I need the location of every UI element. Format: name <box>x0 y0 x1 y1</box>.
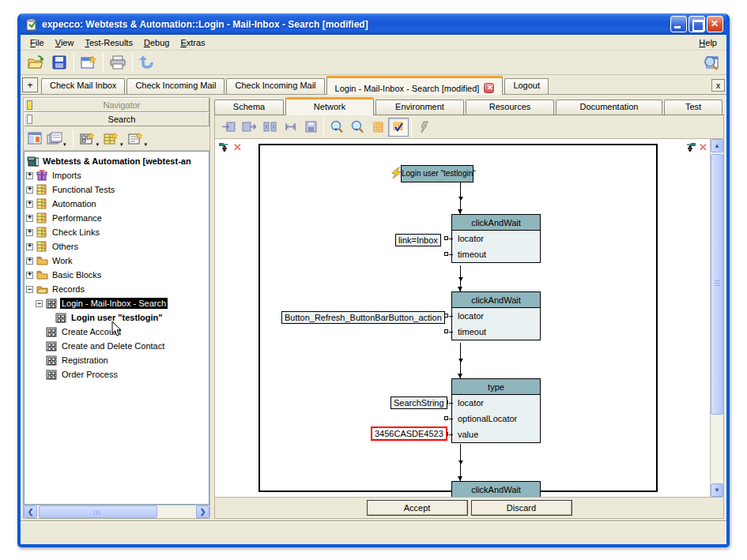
expander-icon[interactable] <box>36 300 43 307</box>
tab-network[interactable]: Network <box>285 97 374 115</box>
tree-item-imports[interactable]: Imports <box>26 168 209 182</box>
scroll-right-icon[interactable]: ❯ <box>196 506 209 518</box>
zoom-out-icon[interactable] <box>347 118 368 137</box>
expander-icon[interactable] <box>26 201 33 208</box>
tab-check-incoming-mail-2[interactable]: Check Incoming Mail <box>226 78 324 94</box>
tree-item-records[interactable]: Records <box>26 282 209 296</box>
scrollbar-thumb[interactable] <box>711 154 723 415</box>
tree-item-login-mail-inbox-search[interactable]: Login - Mail-Inbox - Search <box>26 296 209 310</box>
tab-close-icon[interactable] <box>484 83 494 93</box>
pin-connector-icon[interactable] <box>444 329 448 333</box>
add-tab-button[interactable]: + <box>22 77 38 92</box>
new-window-icon[interactable] <box>77 52 100 73</box>
menu-help[interactable]: Help <box>694 36 722 49</box>
node-login-user-testlogin[interactable]: Login user "testlogin" <box>401 165 473 182</box>
node-clickandwait-3[interactable]: clickAndWait <box>451 481 541 497</box>
menu-debug[interactable]: Debug <box>139 36 174 49</box>
tree-item-check-links[interactable]: Check Links <box>26 225 209 239</box>
tree-item-registration[interactable]: Registration <box>26 353 209 367</box>
input-label-value-highlighted[interactable]: 3456CASDE4523 <box>371 427 447 441</box>
new-suite-icon[interactable]: ▾ <box>78 129 101 148</box>
tab-logout[interactable]: Logout <box>504 78 549 94</box>
save-icon[interactable] <box>47 52 71 73</box>
delete-icon[interactable]: ✕ <box>233 141 242 153</box>
grid-icon[interactable] <box>368 118 388 137</box>
zoom-in-icon[interactable] <box>326 118 347 137</box>
node-clickandwait-2[interactable]: clickAndWait locator timeout <box>451 291 541 340</box>
tabbar-close-button[interactable]: x <box>711 79 725 92</box>
expander-icon[interactable] <box>26 272 33 279</box>
scrollbar-thumb[interactable] <box>39 506 157 518</box>
tree-item-create-and-delete-contact[interactable]: Create and Delete Contact <box>26 339 209 353</box>
navigator-grip[interactable] <box>27 100 32 110</box>
import-left-icon[interactable] <box>218 118 239 137</box>
tab-login-mail-inbox-search[interactable]: Login - Mail-Inbox - Search [modified] <box>326 76 504 95</box>
input-label-searchstring[interactable]: SearchString <box>390 397 447 409</box>
save-diagram-icon[interactable] <box>300 118 321 137</box>
pin-locator[interactable]: locator <box>452 231 540 246</box>
tree-item-others[interactable]: Others <box>26 239 209 254</box>
input-label-link-inbox[interactable]: link=Inbox <box>395 234 441 246</box>
close-button[interactable] <box>707 16 723 32</box>
expander-icon[interactable] <box>26 286 33 293</box>
move-anchor-icon[interactable] <box>219 142 230 153</box>
input-label-button-refresh[interactable]: Button_Refresh_ButtonBarButton_action <box>281 311 445 324</box>
expander-icon[interactable] <box>26 257 33 265</box>
pin-connector-icon[interactable] <box>444 314 448 318</box>
expander-icon[interactable] <box>26 243 33 250</box>
expander-icon[interactable] <box>26 229 33 236</box>
tab-resources[interactable]: Resources <box>466 100 554 115</box>
tab-environment[interactable]: Environment <box>375 100 464 115</box>
delete-icon[interactable]: ✕ <box>699 141 707 153</box>
scroll-down-icon[interactable]: ▼ <box>711 483 723 497</box>
tree-item-basic-blocks[interactable]: Basic Blocks <box>26 268 209 282</box>
pin-connector-icon[interactable] <box>444 236 448 240</box>
node-type[interactable]: type locator optionalLocator value <box>451 378 541 443</box>
snap-to-grid-icon[interactable] <box>388 118 409 137</box>
search-grip[interactable] <box>27 115 32 124</box>
pin-timeout[interactable]: timeout <box>452 324 540 340</box>
scroll-up-icon[interactable]: ▲ <box>711 139 723 152</box>
tree-item-create-account[interactable]: Create Account <box>26 325 209 339</box>
window-list-icon[interactable]: ▾ <box>45 129 68 148</box>
tree-item-work[interactable]: Work <box>26 254 209 268</box>
pin-optionallocator[interactable]: optionalLocator <box>452 411 540 427</box>
minimize-button[interactable] <box>670 16 687 32</box>
pin-locator[interactable]: locator <box>452 308 540 324</box>
expand-pins-icon[interactable] <box>259 118 280 137</box>
maximize-button[interactable] <box>689 16 705 32</box>
tab-test[interactable]: Test <box>664 100 722 115</box>
menu-test-results[interactable]: Test-Results <box>80 36 138 49</box>
auto-arrange-icon[interactable] <box>414 118 435 137</box>
menu-extras[interactable]: Extras <box>175 36 209 49</box>
search-header[interactable]: Search <box>24 112 209 126</box>
tree-item-automation[interactable]: Automation <box>26 197 209 211</box>
menu-view[interactable]: View <box>51 36 79 49</box>
pin-connector-icon[interactable] <box>444 252 448 256</box>
open-file-icon[interactable] <box>24 52 47 73</box>
new-document-icon[interactable]: ▾ <box>126 129 149 148</box>
expander-icon[interactable] <box>26 215 33 222</box>
collapse-pins-icon[interactable] <box>280 118 300 137</box>
pin-value[interactable]: value <box>452 427 540 442</box>
search-class-icon[interactable] <box>700 52 723 73</box>
undo-icon[interactable] <box>135 52 159 73</box>
tree-item-performance[interactable]: Performance <box>26 211 209 225</box>
tab-schema[interactable]: Schema <box>214 100 284 115</box>
menu-file[interactable]: File <box>25 36 49 49</box>
tree-item-root[interactable]: Webtests & Automation [webtest-an <box>26 154 209 168</box>
node-clickandwait-1[interactable]: clickAndWait locator timeout <box>451 214 541 263</box>
navigator-header[interactable]: Navigator <box>24 98 209 112</box>
print-icon[interactable] <box>106 52 130 73</box>
canvas-vertical-scrollbar[interactable]: ▲ ▼ <box>710 139 723 497</box>
expander-icon[interactable] <box>26 186 33 194</box>
tree-item-functional-tests[interactable]: Functional Tests <box>26 182 209 197</box>
diagram-canvas[interactable]: ✕ ✕ ⚡ Login user "testlogin" <box>215 139 710 497</box>
new-testcase-icon[interactable]: ▾ <box>102 129 125 148</box>
tree-item-order-process[interactable]: Order Process <box>26 367 209 381</box>
browser-layout-icon[interactable] <box>26 129 43 148</box>
accept-button[interactable]: Accept <box>367 500 468 516</box>
tab-check-incoming-mail-1[interactable]: Check Incoming Mail <box>126 78 224 94</box>
tab-documentation[interactable]: Documentation <box>556 100 662 115</box>
scroll-left-icon[interactable]: ❮ <box>24 506 37 518</box>
